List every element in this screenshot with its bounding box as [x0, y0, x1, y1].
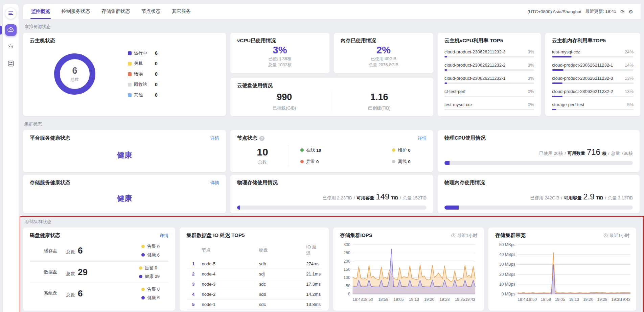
disk-healthy-item: 健康 6: [141, 252, 160, 258]
physical-cpu-card: 物理CPU使用情况 已使用 20核 / 可用数量 716 核 / 总量 736核: [438, 130, 640, 172]
svg-text:19:28: 19:28: [439, 297, 450, 302]
physical-storage-usage-line: 已使用 2.23TiB / 可用容量 149 TiB / 总量 152TiB: [237, 192, 427, 201]
top5-item: cloud-product-230626211232-2 13%: [552, 89, 634, 97]
latency-cell: 17.3ms: [305, 279, 322, 289]
disk-health-rows: 缓存盘 总数 6 告警 0: [30, 240, 168, 304]
cloud-monitor-icon: [7, 27, 14, 33]
disk-alarm-item: 告警 0: [139, 265, 160, 271]
clock-icon: [451, 233, 456, 238]
svg-text:150: 150: [344, 267, 350, 272]
io-latency-table: 节点 硬盘 IO 延迟 1 node-5 sdh: [186, 242, 322, 310]
latency-cell: 274ms: [305, 259, 322, 269]
table-row: 4 node-2 sdb 14.2ms: [186, 289, 322, 299]
alarm-dot: [141, 245, 145, 248]
platform-health-detail-link[interactable]: 详情: [210, 135, 219, 141]
disk-type-label: 数据盘: [30, 269, 66, 275]
svg-text:19:13: 19:13: [569, 297, 579, 302]
vm-name: cloud-product-230626211232-2: [444, 63, 505, 68]
tab-control-service-status[interactable]: 控制服务状态: [61, 7, 91, 16]
gear-icon[interactable]: ⚙: [629, 9, 633, 14]
disk-healthy-value: 6: [157, 253, 160, 258]
menu-toggle-button[interactable]: [5, 8, 16, 19]
usage-bar-track: [552, 96, 634, 97]
tab-storage-cluster-status[interactable]: 存储集群状态: [101, 7, 131, 16]
timezone-label: (UTC+0800) Asia/Shanghai: [528, 9, 581, 14]
top5-item: test-mysql-ccz 0%: [444, 102, 534, 110]
vm-percent: 24%: [625, 49, 634, 54]
svg-text:19:35: 19:35: [455, 297, 465, 302]
usage-bar-fill: [444, 56, 447, 57]
usage-bar-track: [444, 69, 534, 71]
physical-memory-bar-track: [444, 206, 633, 210]
node-status-detail-link[interactable]: 详情: [418, 135, 427, 141]
cloud-disk-usage-title: 云硬盘使用情况: [237, 82, 427, 89]
disk-alarm-value: 0: [157, 244, 160, 249]
memory-usage-title: 内存已使用情况: [341, 38, 427, 44]
help-icon[interactable]: ?: [259, 136, 264, 141]
legend-label: 回收站: [134, 81, 155, 88]
disk-health-detail-link[interactable]: 详情: [160, 233, 168, 239]
vm-name: cloud-product-230626211232-3: [444, 49, 505, 54]
divider: [288, 145, 288, 166]
memory-top5-title: 云主机内存利用率TOP5: [552, 38, 634, 44]
vm-percent: 3%: [528, 76, 534, 81]
tab-monitoring-overview[interactable]: 监控概览: [30, 7, 51, 16]
tab-bar: 监控概览 控制服务状态 存储集群状态 节点状态 其它服务: [30, 7, 191, 16]
dashboard-page: 监控概览 控制服务状态 存储集群状态 节点状态 其它服务 (UTC+0800) …: [0, 0, 644, 312]
usage-bar-fill: [552, 82, 562, 84]
usage-bar-fill: [552, 56, 572, 57]
disk-type-label: 系统盘: [30, 290, 66, 296]
refresh-icon[interactable]: ⟳: [620, 9, 625, 14]
disk-row-legend: 告警 0 健康 6: [141, 243, 160, 258]
rank-cell: 4: [186, 289, 200, 299]
disk-type-label: 缓存盘: [30, 248, 66, 254]
usage-bar-fill: [552, 96, 562, 97]
top5-item: storage-perf-test 5%: [552, 102, 634, 110]
svg-text:18:50: 18:50: [527, 297, 537, 302]
latency-cell: 14.2ms: [305, 289, 322, 299]
sidebar: [3, 4, 19, 312]
disk-alarm-item: 告警 0: [141, 286, 160, 292]
sidebar-item-monitoring[interactable]: [5, 24, 17, 36]
status-dot: [392, 160, 395, 163]
tab-node-status[interactable]: 节点状态: [141, 7, 161, 16]
node-legend-abnormal: 异常0: [300, 159, 321, 165]
physical-cpu-bar-track: [444, 161, 633, 165]
disk-mounted-block: 990 已挂载(GiB): [237, 92, 332, 111]
node-total-block: 10 总数: [237, 146, 288, 165]
node-total-label: 总数: [237, 159, 288, 165]
node-cell: node-5: [200, 259, 257, 269]
vm-name: storage-perf-test: [552, 102, 584, 107]
usage-bar-track: [552, 82, 634, 84]
vm-name: cloud-product-230626211232-2: [552, 89, 613, 94]
legend-swatch: [128, 72, 132, 76]
usage-bar-track: [444, 82, 534, 84]
node-cell: node-3: [200, 279, 257, 289]
tab-other-services[interactable]: 其它服务: [171, 7, 191, 16]
svg-text:50: 50: [346, 284, 350, 288]
storage-health-title: 存储服务健康状态: [30, 179, 70, 186]
io-latency-card: 集群数据盘 IO 延迟 TOP5 节点 硬盘 IO 延迟: [180, 227, 329, 311]
sidebar-item-settings[interactable]: [5, 58, 17, 70]
physical-cpu-usage-line: 已使用 20核 / 可用数量 716 核 / 总量 736核: [444, 147, 633, 157]
svg-text:100: 100: [344, 275, 350, 280]
node-status-card: 节点状态? 详情 10 总数 在线10: [230, 130, 433, 172]
disk-alarm-value: 0: [155, 265, 157, 270]
sidebar-item-alarm[interactable]: [5, 41, 17, 53]
vm-percent: 3%: [528, 49, 534, 54]
usage-bar-track: [444, 96, 534, 97]
disk-health-card: 磁盘健康状态 详情 缓存盘 总数 6: [23, 227, 175, 311]
node-status-title: 节点状态?: [237, 135, 264, 141]
svg-text:0 MBps: 0 MBps: [502, 292, 515, 296]
disk-created-label: 已创建(TiB): [332, 105, 427, 111]
svg-text:19:43: 19:43: [620, 297, 630, 302]
storage-health-detail-link[interactable]: 详情: [210, 180, 219, 186]
physical-cpu-bar-fill: [444, 161, 450, 165]
healthy-dot: [141, 296, 145, 299]
disk-total-label: 总数: [66, 249, 75, 255]
usage-bar-track: [444, 56, 534, 57]
disk-healthy-value: 6: [157, 295, 160, 300]
physical-storage-bar-fill: [237, 206, 240, 210]
disk-health-row: 数据盘 总数 29 告警 0: [30, 261, 168, 283]
svg-text:19:05: 19:05: [393, 297, 404, 302]
